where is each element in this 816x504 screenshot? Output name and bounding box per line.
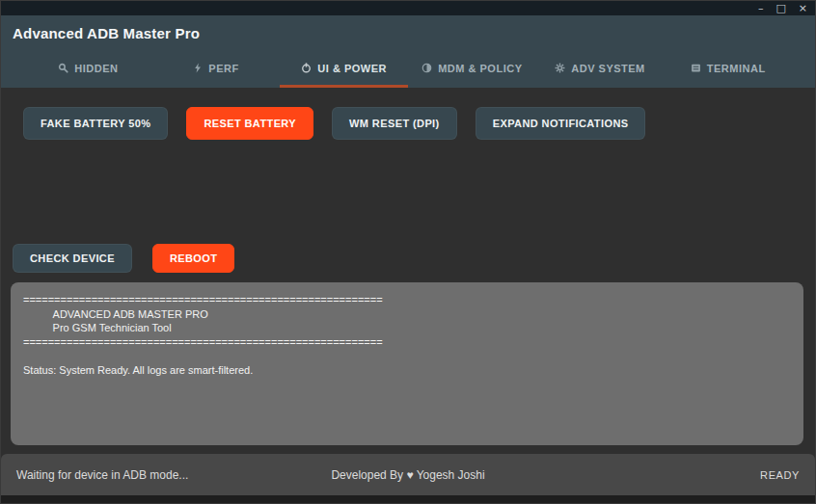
expand-notifications-button[interactable]: EXPAND NOTIFICATIONS — [476, 107, 646, 140]
tab-bar: HIDDEN PERF UI & POWER MDM & POLICY ADV — [1, 51, 815, 88]
close-button[interactable]: × — [799, 3, 807, 13]
wm-reset-dpi-button[interactable]: WM RESET (DPI) — [332, 107, 457, 140]
tab-label: TERMINAL — [707, 63, 766, 74]
tab-mdm-policy[interactable]: MDM & POLICY — [408, 51, 536, 88]
tab-label: HIDDEN — [74, 63, 118, 74]
minimize-button[interactable]: – — [758, 3, 764, 13]
terminal-icon — [691, 63, 701, 73]
log-output-panel: ========================================… — [11, 282, 803, 445]
action-row-device: CHECK DEVICE REBOOT — [13, 244, 805, 273]
main-content: FAKE BATTERY 50% RESET BATTERY WM RESET … — [1, 88, 815, 454]
fake-battery-button[interactable]: FAKE BATTERY 50% — [23, 107, 168, 140]
window-bottom-edge — [1, 495, 815, 503]
power-icon — [301, 63, 312, 73]
status-bar: Waiting for device in ADB mode... Develo… — [1, 454, 815, 495]
developer-credit: Developed By ♥ Yogesh Joshi — [331, 468, 484, 482]
maximize-button[interactable]: □ — [775, 3, 785, 13]
reset-battery-button[interactable]: RESET BATTERY — [186, 107, 313, 140]
tab-terminal[interactable]: TERMINAL — [664, 51, 792, 88]
tab-ui-power[interactable]: UI & POWER — [280, 51, 408, 88]
tab-label: MDM & POLICY — [438, 63, 522, 74]
app-window: – □ × Advanced ADB Master Pro HIDDEN PER… — [0, 0, 816, 504]
tab-perf[interactable]: PERF — [152, 51, 281, 88]
tab-label: UI & POWER — [317, 63, 387, 74]
check-device-button[interactable]: CHECK DEVICE — [13, 244, 132, 273]
reboot-button[interactable]: REBOOT — [152, 244, 234, 273]
gear-icon — [555, 63, 565, 73]
status-message: Waiting for device in ADB mode... — [16, 468, 331, 482]
lightning-icon — [193, 63, 203, 73]
ready-badge: READY — [485, 469, 800, 481]
contrast-icon — [422, 63, 432, 73]
tab-label: PERF — [208, 63, 238, 74]
os-titlebar: – □ × — [1, 1, 815, 15]
app-header: Advanced ADB Master Pro — [1, 15, 815, 51]
tab-adv-system[interactable]: ADV SYSTEM — [536, 51, 665, 88]
search-icon — [58, 63, 68, 73]
app-title: Advanced ADB Master Pro — [13, 25, 200, 41]
action-row-top: FAKE BATTERY 50% RESET BATTERY WM RESET … — [23, 107, 805, 140]
tab-hidden[interactable]: HIDDEN — [24, 51, 152, 88]
log-text: ========================================… — [23, 293, 791, 378]
tab-label: ADV SYSTEM — [571, 63, 645, 74]
